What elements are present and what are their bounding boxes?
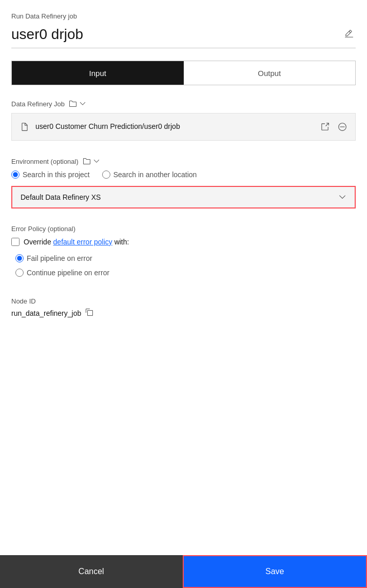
- edit-button[interactable]: [342, 27, 356, 42]
- save-button[interactable]: Save: [183, 555, 368, 588]
- error-policy-radio-group: Fail pipeline on error Continue pipeline…: [11, 254, 356, 277]
- environment-selected-value: Default Data Refinery XS: [21, 193, 101, 201]
- environment-section: Environment (optional) Search in this pr…: [11, 157, 356, 208]
- node-id-value-row: run_data_refinery_job: [11, 308, 356, 318]
- page-title: Run Data Refinery job: [11, 12, 356, 20]
- env-chevron-down-icon: [93, 158, 100, 165]
- footer-bar: Cancel Save: [0, 555, 367, 588]
- search-another-location-radio[interactable]: Search in another location: [102, 170, 197, 179]
- override-checkbox[interactable]: [11, 238, 20, 246]
- job-card-name: user0 Customer Churn Prediction/user0 dr…: [35, 122, 180, 132]
- search-location-radio-group: Search in this project Search in another…: [11, 170, 356, 179]
- data-refinery-job-section-header: Data Refinery Job: [11, 100, 356, 108]
- document-icon: [20, 122, 29, 132]
- environment-section-header: Environment (optional): [11, 157, 356, 165]
- job-card: user0 Customer Churn Prediction/user0 dr…: [11, 113, 356, 141]
- svg-rect-1: [340, 126, 345, 127]
- override-checkbox-label: Override default error policy with:: [24, 238, 129, 246]
- job-name-row: user0 drjob: [11, 26, 356, 48]
- node-id-section: Node ID run_data_refinery_job: [11, 297, 356, 318]
- environment-dropdown[interactable]: Default Data Refinery XS: [11, 186, 356, 208]
- data-refinery-folder-button[interactable]: [69, 100, 86, 108]
- copy-node-id-button[interactable]: [85, 308, 93, 318]
- node-id-label: Node ID: [11, 297, 356, 305]
- continue-pipeline-radio[interactable]: Continue pipeline on error: [15, 269, 356, 277]
- main-content: Run Data Refinery job user0 drjob Input …: [0, 0, 367, 555]
- job-name-text: user0 drjob: [11, 26, 83, 43]
- tab-output[interactable]: Output: [184, 61, 356, 85]
- error-policy-title: Error Policy (optional): [11, 225, 356, 233]
- cancel-button[interactable]: Cancel: [0, 555, 183, 588]
- env-folder-icon: [83, 157, 91, 165]
- environment-dropdown-container: Default Data Refinery XS: [11, 186, 356, 208]
- environment-folder-button[interactable]: [83, 157, 100, 165]
- dropdown-chevron-icon: [338, 193, 346, 201]
- chevron-down-icon: [79, 100, 86, 107]
- node-id-value: run_data_refinery_job: [11, 309, 81, 317]
- tab-input[interactable]: Input: [12, 61, 184, 85]
- edit-icon: [344, 29, 354, 39]
- job-card-left: user0 Customer Churn Prediction/user0 dr…: [20, 122, 180, 132]
- remove-button[interactable]: [338, 122, 347, 131]
- folder-icon: [69, 100, 77, 108]
- minus-icon: [338, 122, 347, 131]
- external-link-button[interactable]: [320, 122, 330, 131]
- job-card-actions: [320, 122, 347, 131]
- copy-icon: [85, 308, 93, 316]
- override-checkbox-row: Override default error policy with:: [11, 238, 356, 246]
- tabs-container: Input Output: [11, 61, 356, 85]
- external-link-icon: [320, 122, 330, 131]
- page-container: Run Data Refinery job user0 drjob Input …: [0, 0, 367, 588]
- data-refinery-job-label: Data Refinery Job: [11, 100, 65, 108]
- search-in-project-radio[interactable]: Search in this project: [11, 170, 90, 179]
- fail-pipeline-radio[interactable]: Fail pipeline on error: [15, 254, 356, 262]
- default-error-policy-link[interactable]: default error policy: [53, 238, 112, 246]
- error-policy-section: Error Policy (optional) Override default…: [11, 225, 356, 277]
- environment-label: Environment (optional): [11, 158, 79, 165]
